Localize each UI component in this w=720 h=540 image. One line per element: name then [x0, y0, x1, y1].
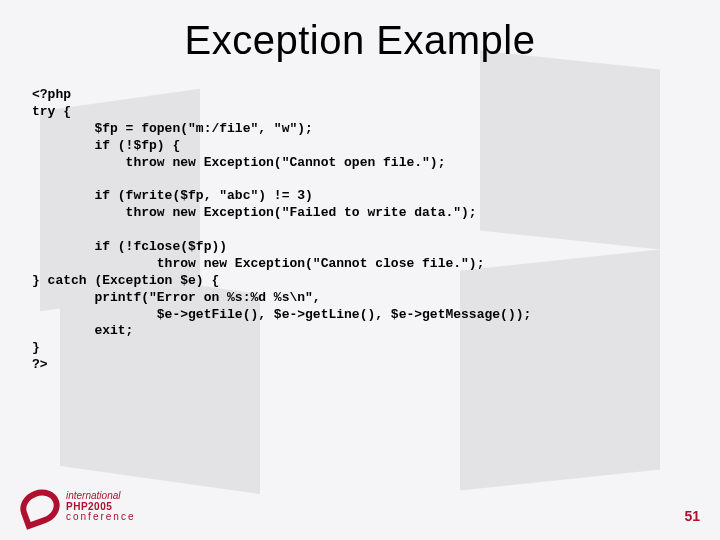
slide-title: Exception Example [0, 18, 720, 63]
page-number: 51 [684, 508, 700, 524]
code-example: <?php try { $fp = fopen("m:/file", "w");… [32, 87, 720, 374]
logo-swoosh-icon [15, 484, 64, 530]
logo-text: international PHP2005 conference [66, 491, 135, 523]
conference-logo: international PHP2005 conference [20, 490, 135, 524]
logo-line3: conference [66, 512, 135, 523]
footer: international PHP2005 conference 51 [0, 480, 720, 530]
